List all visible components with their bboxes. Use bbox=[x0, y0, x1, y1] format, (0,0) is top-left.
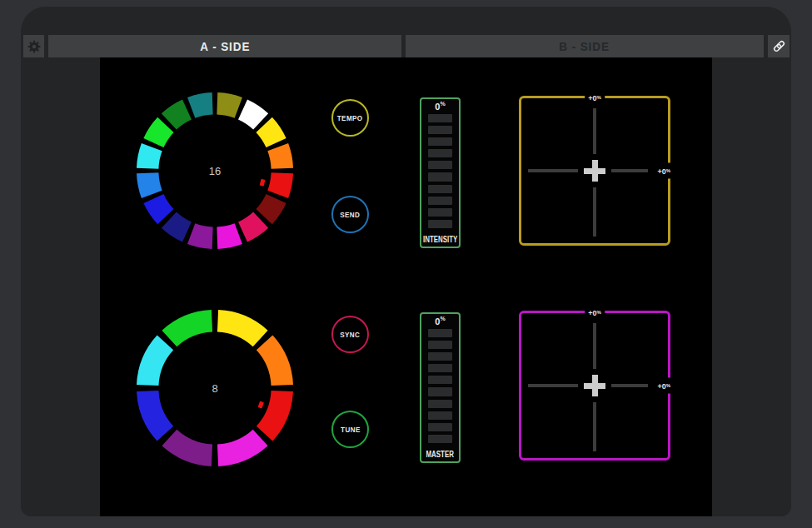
color-wheel-b-ring bbox=[133, 306, 296, 470]
color-wheel-a-ring bbox=[133, 89, 296, 252]
sync-button[interactable]: SYNC bbox=[331, 316, 369, 353]
wheel-segment[interactable] bbox=[162, 310, 212, 346]
crosshair-h-left bbox=[528, 384, 578, 387]
wheel-segment[interactable] bbox=[143, 194, 173, 224]
fader-segment bbox=[428, 352, 452, 361]
wheel-segment[interactable] bbox=[137, 391, 173, 441]
color-wheel-b[interactable]: 8 bbox=[133, 306, 296, 470]
wheel-segment[interactable] bbox=[256, 194, 286, 224]
link-button[interactable] bbox=[768, 35, 790, 57]
tempo-button-label: TEMPO bbox=[337, 113, 363, 122]
wheel-segment[interactable] bbox=[256, 117, 286, 147]
fader-segment bbox=[428, 400, 452, 408]
wheel-segment[interactable] bbox=[238, 99, 268, 129]
wheel-segment[interactable] bbox=[238, 212, 268, 242]
fader-segment bbox=[428, 114, 452, 122]
fader-segment bbox=[428, 137, 452, 146]
wheel-segment[interactable] bbox=[267, 172, 293, 198]
xy-pad-b-cursor[interactable] bbox=[584, 375, 605, 396]
crosshair-h-left bbox=[528, 169, 578, 172]
main-panel: 16 TEMPO SEND 0% INTENSITY +0% bbox=[100, 57, 712, 516]
intensity-fader-track bbox=[421, 113, 459, 231]
wheel-segment[interactable] bbox=[137, 172, 162, 198]
color-wheel-a[interactable]: 16 bbox=[133, 89, 296, 252]
master-fader-track bbox=[421, 328, 459, 446]
xy-pad-b[interactable]: +0% +0% bbox=[519, 311, 670, 461]
tab-b-side[interactable]: B - SIDE bbox=[406, 35, 764, 57]
xy-pad-b-x-value: +0% bbox=[655, 378, 671, 394]
crosshair-v-top bbox=[593, 323, 596, 369]
fader-segment bbox=[428, 423, 452, 431]
fader-segment bbox=[428, 376, 452, 384]
fader-segment bbox=[428, 411, 452, 420]
xy-pad-a-x-value: +0% bbox=[655, 163, 671, 179]
wheel-segment[interactable] bbox=[143, 117, 173, 147]
fader-segment bbox=[428, 197, 452, 205]
fader-segment bbox=[428, 185, 452, 193]
wheel-segment[interactable] bbox=[187, 92, 213, 118]
master-fader-label: MASTER bbox=[421, 446, 459, 461]
tab-a-side-label: A - SIDE bbox=[200, 39, 250, 53]
settings-button[interactable] bbox=[23, 35, 44, 57]
controller-window: A - SIDE B - SIDE 16 TEMPO SEND bbox=[21, 7, 791, 516]
xy-pad-a[interactable]: +0% +0% bbox=[519, 96, 670, 246]
fader-segment bbox=[428, 387, 452, 396]
xy-pad-a-cursor[interactable] bbox=[584, 160, 605, 182]
crosshair-h-right bbox=[611, 384, 648, 387]
tab-a-side[interactable]: A - SIDE bbox=[48, 35, 401, 57]
fader-segment bbox=[428, 149, 452, 157]
wheel-segment[interactable] bbox=[162, 212, 192, 242]
wheel-position-indicator bbox=[258, 401, 264, 409]
wheel-segment[interactable] bbox=[257, 391, 293, 441]
wheel-segment[interactable] bbox=[217, 92, 242, 118]
wheel-segment[interactable] bbox=[257, 335, 293, 386]
top-bar: A - SIDE B - SIDE bbox=[21, 35, 791, 57]
tab-b-side-label: B - SIDE bbox=[560, 39, 610, 53]
send-button[interactable]: SEND bbox=[331, 196, 369, 233]
crosshair-v-bottom bbox=[593, 187, 596, 237]
tune-button[interactable]: TUNE bbox=[331, 411, 369, 448]
intensity-fader-label: INTENSITY bbox=[421, 231, 459, 247]
xy-pad-a-y-value: +0% bbox=[585, 92, 605, 103]
wheel-segment[interactable] bbox=[137, 143, 162, 169]
fader-segment bbox=[428, 220, 452, 228]
crosshair-h-right bbox=[611, 169, 648, 172]
link-icon bbox=[772, 39, 786, 53]
sync-button-label: SYNC bbox=[340, 330, 360, 339]
intensity-fader[interactable]: 0% INTENSITY bbox=[420, 97, 461, 248]
fader-segment bbox=[428, 208, 452, 217]
wheel-segment[interactable] bbox=[267, 143, 293, 169]
fader-segment bbox=[428, 364, 452, 372]
wheel-segment[interactable] bbox=[187, 223, 213, 249]
intensity-fader-value: 0% bbox=[421, 99, 459, 113]
fader-segment bbox=[428, 161, 452, 169]
master-fader[interactable]: 0% MASTER bbox=[420, 312, 461, 463]
gear-icon bbox=[27, 39, 42, 54]
fader-segment bbox=[428, 435, 452, 443]
wheel-segment[interactable] bbox=[137, 335, 173, 386]
wheel-segment[interactable] bbox=[162, 430, 212, 466]
wheel-segment[interactable] bbox=[162, 99, 192, 129]
wheel-segment[interactable] bbox=[217, 310, 268, 346]
fader-segment bbox=[428, 172, 452, 181]
tune-button-label: TUNE bbox=[341, 425, 361, 434]
fader-segment bbox=[428, 126, 452, 134]
master-fader-value: 0% bbox=[421, 314, 459, 328]
xy-pad-b-y-value: +0% bbox=[585, 307, 605, 318]
wheel-segment[interactable] bbox=[217, 223, 242, 249]
tempo-button[interactable]: TEMPO bbox=[331, 99, 369, 137]
fader-segment bbox=[428, 341, 452, 349]
wheel-position-indicator bbox=[260, 179, 266, 187]
fader-segment bbox=[428, 329, 452, 337]
send-button-label: SEND bbox=[340, 210, 360, 219]
crosshair-v-bottom bbox=[593, 402, 596, 451]
wheel-segment[interactable] bbox=[217, 430, 268, 466]
crosshair-v-top bbox=[593, 108, 596, 154]
